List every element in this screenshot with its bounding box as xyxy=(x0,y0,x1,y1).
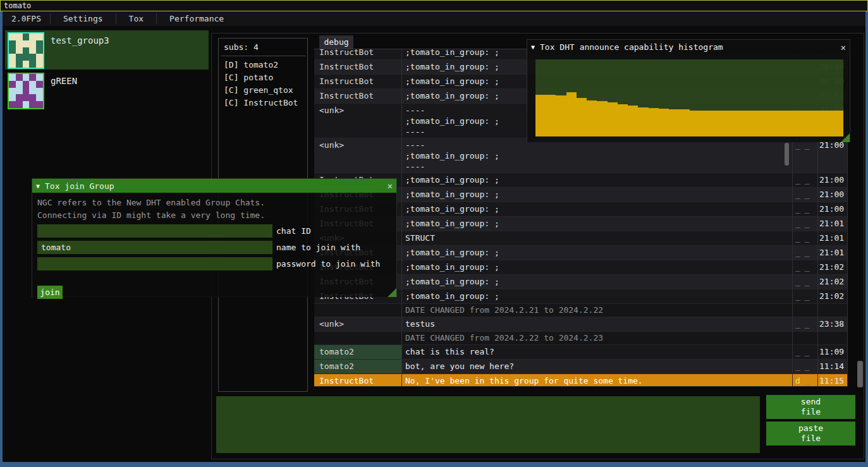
chat-message-row-selected[interactable]: InstructBot No, I've been in this group … xyxy=(314,374,847,387)
join-button[interactable]: join xyxy=(37,286,63,299)
message-time: 21:00 xyxy=(817,202,847,216)
message-status: __ xyxy=(792,188,817,202)
system-message-text: DATE CHANGED from 2024.2.22 to 2024.2.23 xyxy=(401,332,847,344)
message-author: InstructBot xyxy=(314,49,401,59)
resize-grip[interactable] xyxy=(388,288,396,297)
join-password-label: password to join with xyxy=(276,257,380,270)
message-text: ;tomato_in_group: ; xyxy=(401,275,792,289)
dht-histogram-window: ▼ Tox DHT announce capability histogram … xyxy=(527,39,850,142)
chat-id-label: chat ID xyxy=(276,224,311,238)
os-titlebar[interactable]: tomato xyxy=(0,0,868,11)
window-border-left xyxy=(0,11,3,467)
send-file-button[interactable]: send file xyxy=(766,395,855,419)
dht-histogram-titlebar[interactable]: ▼ Tox DHT announce capability histogram … xyxy=(527,40,850,54)
message-status: __ xyxy=(792,275,817,289)
chat-message-row[interactable]: <unk> ---- ;tomato_in_group: ; ---- __ 2… xyxy=(314,138,847,173)
message-time: 11:09 xyxy=(817,345,847,359)
menu-settings[interactable]: Settings xyxy=(51,11,116,26)
message-input[interactable] xyxy=(216,396,760,453)
join-name-label: name to join with xyxy=(276,241,360,254)
message-text: ;tomato_in_group: ; xyxy=(401,246,792,260)
system-message-row: DATE CHANGED from 2024.2.21 to 2024.2.22 xyxy=(314,304,847,317)
window-border-right xyxy=(865,11,868,467)
close-icon[interactable]: ✕ xyxy=(388,181,393,191)
paste-file-button[interactable]: paste file xyxy=(766,422,855,446)
message-author: <unk> xyxy=(314,317,401,331)
message-status: __ xyxy=(792,260,817,274)
message-time: 21:01 xyxy=(817,246,847,260)
resize-grip[interactable] xyxy=(841,133,850,142)
message-time: 21:00 xyxy=(817,173,847,187)
panel-scrollbar-thumb[interactable] xyxy=(857,361,863,387)
message-status: __ xyxy=(792,360,817,373)
menubar: 2.0FPS Settings Tox Performance xyxy=(3,11,865,26)
group-name: test_group3 xyxy=(51,35,109,70)
group-avatar xyxy=(8,32,44,69)
message-author: InstructBot xyxy=(314,75,401,88)
message-author: InstructBot xyxy=(314,89,401,103)
member-item[interactable]: [C] potato xyxy=(219,71,307,84)
join-name-input[interactable]: tomato xyxy=(37,241,272,254)
collapse-arrow-icon[interactable]: ▼ xyxy=(36,183,40,190)
message-time: 21:01 xyxy=(817,217,847,231)
window-title: Tox DHT announce capability histogram xyxy=(540,42,723,52)
members-separator xyxy=(221,56,305,56)
chat-message-row[interactable]: tomato2 bot, are you new here? __ 11:14 xyxy=(314,360,847,374)
message-text: ;tomato_in_group: ; xyxy=(401,289,792,303)
close-icon[interactable]: ✕ xyxy=(841,42,846,52)
join-group-window: ▼ Tox join Group ✕ NGC refers to the New… xyxy=(32,178,397,297)
message-author: tomato2 xyxy=(314,360,401,373)
message-text: ;tomato_in_group: ; xyxy=(401,260,792,274)
chat-id-input[interactable] xyxy=(37,224,272,238)
message-author: tomato2 xyxy=(314,345,401,359)
message-time: 21:01 xyxy=(817,231,847,245)
message-time: 23:38 xyxy=(817,317,847,331)
message-author: InstructBot xyxy=(314,374,401,387)
message-scrollbar-thumb[interactable] xyxy=(785,143,789,166)
chat-message-row[interactable]: <unk> testus __ 23:38 xyxy=(314,317,847,332)
sidebar-group-test_group3[interactable]: test_group3 xyxy=(5,30,209,70)
message-status: __ xyxy=(792,345,817,359)
message-text: ;tomato_in_group: ; xyxy=(401,217,792,231)
dht-capability-histogram-plot xyxy=(535,59,843,136)
app-window: tomato 2.0FPS Settings Tox Performance t… xyxy=(0,0,868,467)
message-text: No, I've been in this group for quite so… xyxy=(401,374,792,387)
window-title: Tox join Group xyxy=(45,181,114,191)
tab-debug[interactable]: debug xyxy=(319,35,353,49)
group-name: gREEN xyxy=(51,76,77,110)
message-time: 21:02 xyxy=(817,289,847,303)
message-text: STRUCT xyxy=(401,231,792,245)
menu-performance[interactable]: Performance xyxy=(157,11,236,26)
message-time: 11:15 xyxy=(817,374,847,387)
message-text: ;tomato_in_group: ; xyxy=(401,202,792,216)
message-time: 21:00 xyxy=(817,188,847,202)
message-status: __ xyxy=(792,138,817,173)
menu-tox[interactable]: Tox xyxy=(116,11,156,26)
message-time: 21:00 xyxy=(817,138,847,173)
message-text: testus xyxy=(401,317,792,331)
message-status: d_ xyxy=(792,374,817,387)
sidebar-group-gREEN[interactable]: gREEN xyxy=(5,71,209,110)
join-info-line: NGC refers to the New DHT enabled Group … xyxy=(37,198,265,207)
message-status: __ xyxy=(792,173,817,187)
system-message-row: DATE CHANGED from 2024.2.22 to 2024.2.23 xyxy=(314,332,847,345)
message-text: ;tomato_in_group: ; xyxy=(401,188,792,202)
message-text: bot, are you new here? xyxy=(401,360,792,373)
group-avatar xyxy=(8,73,44,109)
member-item[interactable]: [C] InstructBot xyxy=(219,97,307,109)
join-info-line: Connecting via ID might take a very long… xyxy=(37,210,265,220)
member-item[interactable]: [D] tomato2 xyxy=(219,59,307,71)
join-group-titlebar[interactable]: ▼ Tox join Group ✕ xyxy=(32,179,396,193)
chat-message-row[interactable]: tomato2 chat is this real? __ 11:09 xyxy=(314,345,847,360)
join-password-input[interactable] xyxy=(37,257,272,270)
fps-indicator: 2.0FPS xyxy=(3,11,50,26)
collapse-arrow-icon[interactable]: ▼ xyxy=(531,44,535,51)
message-status: __ xyxy=(792,231,817,245)
message-text: ;tomato_in_group: ; xyxy=(401,173,792,187)
message-status: __ xyxy=(792,289,817,303)
message-author: InstructBot xyxy=(314,60,401,74)
message-text: ---- ;tomato_in_group: ; ---- xyxy=(401,138,792,173)
message-time: 21:02 xyxy=(817,260,847,274)
column-separator xyxy=(401,49,402,387)
member-item[interactable]: [C] green_qtox xyxy=(219,84,307,97)
